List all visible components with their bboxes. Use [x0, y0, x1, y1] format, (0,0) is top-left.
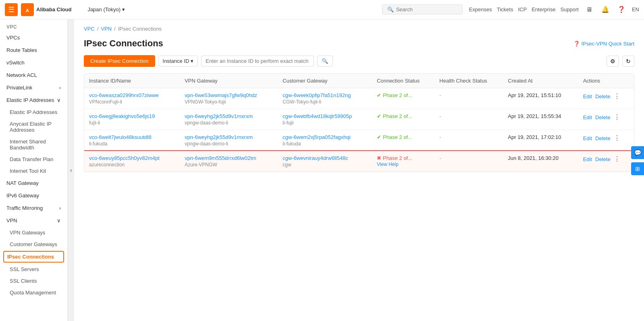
edit-link[interactable]: Edit	[583, 93, 592, 99]
sidebar-item-vswitch[interactable]: vSwitch	[0, 56, 67, 69]
health-check-status: -	[439, 155, 441, 161]
connection-status: ✔Phase 2 of...	[377, 92, 430, 98]
chevron-down-icon: ▾	[122, 6, 125, 12]
col-created-at: Created At	[503, 74, 578, 88]
instance-id-link[interactable]: vco-6welt7jwulo48ksuutdl8	[89, 134, 152, 140]
sidebar-item-elastic-ip-addr[interactable]: Elastic IP Addresses	[0, 106, 67, 118]
table-row: vco-6wegj9eakighvo5e6js19fujii-livpn-6we…	[84, 109, 634, 130]
delete-link[interactable]: Delete	[595, 114, 611, 120]
chat-float-btn[interactable]: 💬	[631, 146, 644, 159]
customer-gateway-id-link[interactable]: cgw-6webfb4wd18kqlr59905p	[283, 113, 352, 119]
region-selector[interactable]: Japan (Tokyo) ▾	[84, 5, 128, 14]
sidebar-group-elastic-ip[interactable]: Elastic IP Addresses ∨	[0, 94, 67, 106]
search-input[interactable]	[396, 6, 457, 12]
customer-gateway-id-link[interactable]: cgw-6wevnirauy4drw6ll548c	[283, 155, 348, 161]
create-ipsec-connection-button[interactable]: Create IPsec Connection	[84, 55, 155, 67]
filter-select[interactable]: Instance ID ▾	[158, 56, 198, 66]
edit-link[interactable]: Edit	[583, 156, 592, 162]
more-actions-button[interactable]: ⋮	[614, 93, 620, 99]
search-box[interactable]: 🔍	[382, 4, 463, 14]
filter-label: Instance ID	[163, 58, 189, 64]
refresh-button[interactable]: ↻	[622, 56, 634, 67]
customer-gateway-name: li-fujii	[283, 120, 367, 126]
nav-support[interactable]: Support	[560, 6, 579, 12]
content-inner: VPC / VPN / IPsec Connections IPsec Conn…	[74, 19, 644, 321]
nav-icp[interactable]: ICP	[518, 6, 527, 12]
sidebar-item-network-acl[interactable]: Network ACL	[0, 69, 67, 81]
more-actions-button[interactable]: ⋮	[614, 114, 620, 120]
delete-link[interactable]: Delete	[595, 93, 611, 99]
error-icon: ✖	[377, 155, 381, 161]
question-icon: ❓	[573, 41, 580, 47]
edit-link[interactable]: Edit	[583, 135, 592, 141]
search-icon: 🔍	[387, 6, 394, 12]
sidebar-item-ipv6-gateway[interactable]: IPv6 Gateway	[0, 189, 67, 202]
created-at: Apr 19, 2021, 15:55:34	[508, 113, 561, 119]
right-float-buttons: 💬 ⊞	[631, 146, 644, 175]
help-icon[interactable]: ❓	[616, 4, 627, 15]
instance-id-link[interactable]: vco-6wegj9eakighvo5e6js19	[89, 113, 155, 119]
sidebar-group-vpn[interactable]: VPN ∨	[0, 214, 67, 227]
quick-start-link[interactable]: ❓ IPsec-VPN Quick Start	[573, 41, 634, 47]
sidebar-item-data-transfer[interactable]: Data Transfer Plan	[0, 153, 67, 165]
more-actions-button[interactable]: ⋮	[614, 135, 620, 141]
vpn-gateway-id-link[interactable]: vpn-6weyhg2jk55d9v1rnxrxm	[185, 113, 253, 119]
vpn-gateway-name: vpngw-daas-demo-li	[185, 120, 273, 126]
col-conn-status: Connection Status	[372, 74, 434, 88]
search-button[interactable]: 🔍	[317, 56, 333, 66]
view-help-link[interactable]: View Help	[377, 162, 399, 167]
more-actions-button[interactable]: ⋮	[614, 155, 620, 162]
connection-status: ✔Phase 2 of...	[377, 134, 430, 140]
sidebar-item-ipsec-connections[interactable]: IPsec Connections	[3, 251, 64, 263]
nav-expenses[interactable]: Expenses	[469, 6, 492, 12]
settings-button[interactable]: ⚙	[607, 56, 619, 67]
hamburger-menu[interactable]: ☰	[5, 3, 18, 16]
ipsec-connections-table: Instance ID/Name VPN Gateway Customer Ga…	[84, 74, 634, 172]
customer-gateway-id-link[interactable]: cgw-6wem2xj5rpa052fagxhqi	[283, 134, 350, 140]
sidebar-group-private-link[interactable]: PrivateLink ›	[0, 81, 67, 94]
sidebar-item-vpn-gateways[interactable]: VPN Gateways	[0, 227, 67, 238]
table-row: vco-6weasza0299hrx07ziwweVPNconnFujii-li…	[84, 88, 634, 109]
chevron-down-icon: ∨	[57, 217, 61, 224]
nav-tickets[interactable]: Tickets	[497, 6, 513, 12]
delete-link[interactable]: Delete	[595, 156, 611, 162]
language-selector[interactable]: EN	[632, 6, 639, 12]
sidebar-item-ssl-servers[interactable]: SSL Servers	[0, 263, 67, 275]
region-label: Japan (Tokyo)	[87, 6, 120, 12]
sidebar-item-ssl-clients[interactable]: SSL Clients	[0, 275, 67, 287]
breadcrumb-vpn[interactable]: VPN	[101, 26, 112, 32]
content-area: VPC / VPN / IPsec Connections IPsec Conn…	[74, 19, 644, 321]
sidebar-item-anycast-ip[interactable]: Anycast Elastic IP Addresses	[0, 118, 67, 136]
vpn-gateway-id-link[interactable]: vpn-6we53wwmajs7gfw9q0hdz	[185, 92, 257, 98]
sidebar-group-traffic-mirroring[interactable]: Traffic Mirroring ›	[0, 202, 67, 214]
vpn-gateway-id-link[interactable]: vpn-6weyhg2jk55d9v1rnxrxm	[185, 134, 253, 140]
sidebar-item-nat-gateway[interactable]: NAT Gateway	[0, 177, 67, 189]
instance-id-link[interactable]: vco-6weasza0299hrx07ziwwe	[89, 92, 159, 98]
edit-link[interactable]: Edit	[583, 114, 592, 120]
instance-id-link[interactable]: vco-6weuy85pcc5h0yv82m4pt	[89, 155, 160, 161]
sidebar-item-vpcs[interactable]: VPCs	[0, 31, 67, 44]
customer-gateway-name: cgw	[283, 162, 367, 168]
sidebar-item-customer-gateways[interactable]: Customer Gateways	[0, 238, 67, 250]
sidebar-item-route-tables[interactable]: Route Tables	[0, 44, 67, 56]
nav-enterprise[interactable]: Enterprise	[532, 6, 555, 12]
vpn-gateway-id-link[interactable]: vpn-6wem9m555drrxd6lw02tm	[185, 155, 256, 161]
vpn-gateway-name: VPNGW-Tokyo-fujii	[185, 99, 273, 105]
sidebar-item-internet-toolkit[interactable]: Internet Tool Kit	[0, 165, 67, 177]
col-actions: Actions	[578, 74, 634, 88]
sidebar-item-shared-bandwidth[interactable]: Internet Shared Bandwidth	[0, 136, 67, 153]
health-check-status: -	[439, 92, 441, 98]
monitor-icon[interactable]: 🖥	[584, 4, 595, 15]
created-at: Apr 19, 2021, 15:51:10	[508, 92, 561, 98]
main-layout: VPC VPCs Route Tables vSwitch Network AC…	[0, 19, 644, 321]
filter-input[interactable]	[201, 56, 314, 66]
qr-float-btn[interactable]: ⊞	[631, 162, 644, 175]
customer-gateway-id-link[interactable]: cgw-6week0pfip7fa51n192ng	[283, 92, 351, 98]
sidebar-item-quota-management[interactable]: Quota Management	[0, 287, 67, 298]
check-icon: ✔	[377, 134, 381, 140]
toolbar-right: ⚙ ↻	[607, 56, 634, 67]
bell-icon[interactable]: 🔔	[600, 4, 611, 15]
delete-link[interactable]: Delete	[595, 135, 611, 141]
breadcrumb-vpc[interactable]: VPC	[84, 26, 95, 32]
sidebar-collapse-btn[interactable]: ‹	[68, 19, 74, 321]
